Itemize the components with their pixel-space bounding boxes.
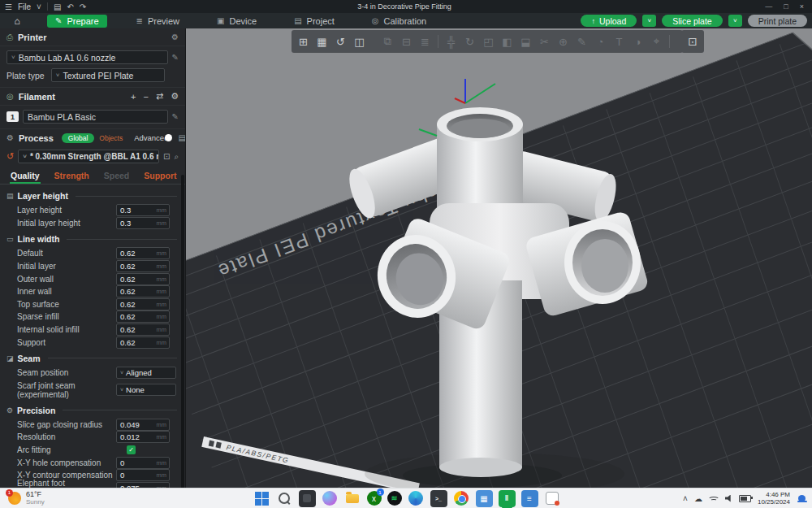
viewport-3d[interactable]: Bambu Textured PEI Plate PLA/ABS/PETG	[186, 28, 812, 488]
settings-sidebar: ⎙ Printer ⚙ ˅ Bambu Lab A1 0.6 nozzle ✎ …	[0, 28, 186, 488]
xy-contour-compensation-input[interactable]: 0mm	[116, 469, 170, 481]
dark-app-button[interactable]	[299, 490, 316, 507]
layer-height-input[interactable]: 0.3mm	[116, 204, 170, 216]
search-settings-icon[interactable]: ⌕	[174, 152, 179, 162]
setting-label: Outer wall	[6, 275, 116, 284]
save-preset-icon[interactable]: ⊡	[163, 152, 170, 161]
notifications-bell-icon[interactable]	[798, 495, 806, 501]
restore-button[interactable]: □	[784, 2, 788, 11]
bambu-studio-taskbar-button[interactable]: ‖	[499, 490, 516, 507]
tray-clock[interactable]: 4:46 PM 10/25/2024	[758, 491, 790, 506]
filament-select[interactable]: Bambu PLA Basic	[23, 110, 168, 124]
process-scope-objects[interactable]: Objects	[97, 133, 124, 143]
tab-device[interactable]: ▣ Device	[209, 15, 265, 28]
group-layer-height[interactable]: ▤ Layer height	[6, 188, 177, 204]
redo-icon[interactable]: ↷	[80, 2, 86, 11]
file-menu[interactable]: File	[18, 2, 31, 11]
tray-chevron-up-icon[interactable]: ˄	[683, 494, 688, 503]
add-plate-icon[interactable]: ▦	[314, 36, 330, 48]
upload-button[interactable]: ↑ Upload	[581, 15, 637, 27]
toolbar-divider	[669, 35, 670, 48]
start-button[interactable]	[253, 490, 270, 507]
prepare-icon: ✎	[55, 16, 62, 25]
new-project-icon[interactable]: ▤	[54, 2, 61, 11]
line-width-support-input[interactable]: 0.62mm	[116, 336, 170, 349]
hamburger-menu-icon[interactable]: ☰	[5, 2, 12, 11]
slice-options-chevron[interactable]: ˅	[642, 15, 656, 27]
line-width-initial-input[interactable]: 0.62mm	[116, 260, 170, 272]
taskbar-search-button[interactable]	[276, 490, 293, 507]
xy-hole-compensation-input[interactable]: 0mm	[116, 457, 170, 469]
spotify-button[interactable]: ≋	[387, 491, 402, 506]
home-button[interactable]: ⌂	[8, 15, 26, 27]
tab-speed[interactable]: Speed	[97, 169, 137, 184]
group-title: Precision	[17, 406, 55, 415]
minimize-button[interactable]: —	[765, 2, 772, 11]
resolution-input[interactable]: 0.012mm	[116, 431, 170, 443]
line-width-internal-solid-input[interactable]: 0.62mm	[116, 323, 170, 336]
slice-plate-button[interactable]: Slice plate	[662, 15, 722, 27]
plate-type-select[interactable]: ˅ Textured PEI Plate	[51, 68, 165, 82]
remove-filament-icon[interactable]: −	[143, 92, 148, 102]
line-width-top-surface-input[interactable]: 0.62mm	[116, 298, 170, 310]
add-filament-icon[interactable]: +	[131, 92, 136, 102]
notes-app-button[interactable]: ≡	[521, 490, 538, 507]
tab-project[interactable]: ▤ Project	[286, 15, 343, 28]
add-object-icon[interactable]: ⊞	[296, 36, 311, 48]
tab-strength[interactable]: Strength	[47, 169, 97, 184]
edge-button[interactable]	[408, 490, 425, 507]
initial-layer-height-input[interactable]: 0.3mm	[116, 217, 170, 229]
line-width-inner-wall-input[interactable]: 0.62mm	[116, 285, 170, 297]
process-preset-select[interactable]: ˅ * 0.30mm Strength @BBL A1 0.6 nozzle	[18, 150, 159, 163]
group-seam[interactable]: ◪ Seam	[6, 350, 177, 367]
process-list-icon[interactable]: ▤	[178, 133, 185, 142]
filament-section-header[interactable]: ◎ Filament + − ⇄ ⚙	[0, 88, 185, 106]
assembly-view-button[interactable]: ⊡	[681, 30, 704, 53]
printer-preset-select[interactable]: ˅ Bambu Lab A1 0.6 nozzle	[6, 50, 168, 64]
copilot-button[interactable]	[322, 490, 339, 507]
filament-edit-icon[interactable]: ✎	[172, 112, 179, 121]
volume-icon[interactable]	[725, 495, 732, 502]
battery-icon[interactable]	[739, 495, 751, 502]
line-width-outer-wall-input[interactable]: 0.62mm	[116, 273, 170, 285]
print-options-chevron[interactable]: ˅	[728, 15, 742, 27]
printer-edit-icon[interactable]: ✎	[172, 53, 179, 62]
group-title: Line width	[18, 234, 60, 244]
auto-orient-icon[interactable]: ↺	[333, 36, 348, 48]
calculator-button[interactable]: ▦	[476, 490, 493, 507]
chevron-down-icon[interactable]: ˅	[37, 2, 41, 11]
reset-preset-icon[interactable]: ↺	[6, 151, 14, 162]
group-precision[interactable]: ⚙ Precision	[6, 402, 177, 419]
tab-quality[interactable]: Quality	[3, 169, 47, 184]
scarf-joint-seam-select[interactable]: ˅None	[116, 384, 176, 396]
tab-preview[interactable]: ≣ Preview	[128, 15, 188, 28]
weather-widget[interactable]: 1 61°F Sunny	[0, 491, 187, 506]
printer-settings-gear-icon[interactable]: ⚙	[171, 33, 179, 41]
wifi-icon[interactable]	[709, 495, 719, 502]
line-width-sparse-infill-input[interactable]: 0.62mm	[116, 310, 170, 323]
printer-section-header[interactable]: ⎙ Printer ⚙	[0, 28, 185, 46]
print-plate-button[interactable]: Print plate	[748, 15, 807, 27]
chrome-button[interactable]	[453, 490, 470, 507]
arrange-icon[interactable]: ◫	[352, 36, 367, 48]
terminal-button[interactable]: >_	[430, 490, 447, 507]
filament-settings-gear-icon[interactable]: ⚙	[171, 91, 179, 102]
arc-fitting-checkbox[interactable]: ✓	[127, 445, 136, 454]
tab-support[interactable]: Support	[136, 169, 184, 184]
undo-icon[interactable]: ↶	[67, 2, 73, 11]
file-explorer-button[interactable]	[344, 490, 361, 507]
line-width-default-input[interactable]: 0.62mm	[116, 247, 170, 259]
onedrive-cloud-icon[interactable]: ☁	[694, 494, 702, 503]
group-line-width[interactable]: ▭ Line width	[6, 231, 177, 247]
process-scope-global[interactable]: Global	[62, 133, 95, 143]
tab-prepare[interactable]: ✎ Prepare	[47, 15, 107, 28]
tab-label: Preview	[148, 16, 179, 26]
seam-position-select[interactable]: ˅Aligned	[116, 367, 176, 379]
slice-gap-closing-input[interactable]: 0.049mm	[116, 419, 170, 431]
xbox-button[interactable]: x 1	[367, 491, 382, 506]
tab-calibration[interactable]: ◎ Calibration	[364, 15, 434, 28]
sync-filament-icon[interactable]: ⇄	[156, 91, 163, 102]
snip-overlay-button[interactable]	[544, 490, 561, 507]
sidebar-scrollbar[interactable]	[181, 175, 184, 488]
close-button[interactable]: ×	[800, 2, 804, 11]
